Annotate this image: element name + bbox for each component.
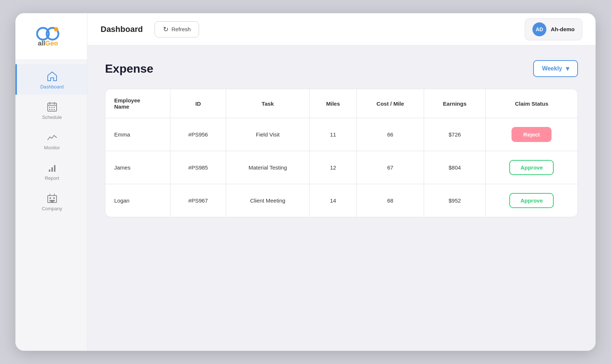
allgeo-logo: allGeo [31, 23, 72, 49]
expense-table: EmployeeName ID Task Miles Cost / Mile E… [105, 89, 578, 217]
svg-rect-11 [49, 109, 50, 110]
cell-task: Client Meeting [226, 184, 310, 217]
svg-rect-22 [51, 200, 53, 203]
sidebar: allGeo Dashboard [15, 13, 87, 351]
svg-rect-15 [51, 167, 53, 172]
cell-id: #PS967 [170, 184, 226, 217]
svg-rect-12 [51, 109, 53, 110]
sidebar-item-label-report: Report [45, 175, 59, 181]
cell-employee-name: James [105, 151, 170, 184]
sidebar-item-monitor[interactable]: Monitor [15, 125, 87, 156]
logo-area: allGeo [15, 13, 87, 60]
col-claim-status: Claim Status [485, 89, 578, 118]
cell-cost-per-mile: 66 [357, 118, 424, 151]
cell-employee-name: Logan [105, 184, 170, 217]
approve-button[interactable]: Approve [509, 193, 554, 208]
col-earnings: Earnings [424, 89, 486, 118]
col-cost-per-mile: Cost / Mile [357, 89, 424, 118]
svg-rect-19 [53, 197, 55, 199]
cell-id: #PS985 [170, 151, 226, 184]
cell-earnings: $726 [424, 118, 486, 151]
app-container: allGeo Dashboard [15, 13, 596, 351]
sidebar-item-label-company: Company [42, 206, 62, 211]
svg-rect-18 [50, 197, 51, 199]
cell-claim-status: Approve [485, 151, 578, 184]
svg-rect-20 [50, 200, 51, 201]
cell-cost-per-mile: 68 [357, 184, 424, 217]
sidebar-nav: Dashboard Schedule [15, 60, 87, 216]
svg-text:allGeo: allGeo [38, 40, 58, 47]
sidebar-item-label-monitor: Monitor [44, 145, 60, 150]
chevron-down-icon: ▾ [566, 65, 569, 73]
header: Dashboard ↻ Refresh AD Ah-demo [87, 13, 596, 46]
col-task: Task [226, 89, 310, 118]
svg-rect-16 [54, 165, 55, 172]
table-header-row: EmployeeName ID Task Miles Cost / Mile E… [105, 89, 578, 118]
main-content: Dashboard ↻ Refresh AD Ah-demo Expense W… [87, 13, 596, 351]
page-content: Expense Weekly ▾ EmployeeName ID Task Mi… [87, 46, 596, 351]
expense-title: Expense [105, 62, 153, 76]
sidebar-item-dashboard[interactable]: Dashboard [15, 64, 87, 95]
cell-miles: 14 [310, 184, 357, 217]
cell-earnings: $952 [424, 184, 486, 217]
avatar: AD [532, 22, 546, 36]
reject-button[interactable]: Reject [511, 127, 552, 142]
sidebar-item-schedule[interactable]: Schedule [15, 95, 87, 125]
cell-miles: 11 [310, 118, 357, 151]
period-label: Weekly [542, 65, 562, 72]
sidebar-item-label-dashboard: Dashboard [40, 84, 64, 90]
page-header: Expense Weekly ▾ [105, 60, 578, 77]
table-row: Logan#PS967Client Meeting1468$952Approve [105, 184, 578, 217]
page-title: Dashboard [101, 25, 143, 34]
svg-point-2 [54, 27, 58, 32]
approve-button[interactable]: Approve [509, 160, 554, 175]
svg-rect-8 [49, 107, 50, 108]
cell-claim-status: Approve [485, 184, 578, 217]
sidebar-item-company[interactable]: Company [15, 186, 87, 216]
cell-id: #PS956 [170, 118, 226, 151]
svg-rect-21 [53, 200, 55, 201]
cell-earnings: $804 [424, 151, 486, 184]
table-row: Emma#PS956Field Visit1166$726Reject [105, 118, 578, 151]
schedule-icon [47, 101, 58, 112]
user-badge[interactable]: AD Ah-demo [525, 18, 582, 40]
report-icon [47, 162, 58, 173]
avatar-initials: AD [536, 26, 543, 32]
refresh-label: Refresh [171, 26, 191, 32]
cell-claim-status: Reject [485, 118, 578, 151]
col-id: ID [170, 89, 226, 118]
svg-rect-9 [51, 107, 53, 108]
table-row: James#PS985Material Testing1267$804Appro… [105, 151, 578, 184]
company-icon [47, 193, 58, 204]
col-miles: Miles [310, 89, 357, 118]
dashboard-icon [47, 71, 58, 82]
cell-employee-name: Emma [105, 118, 170, 151]
refresh-icon: ↻ [163, 25, 169, 33]
svg-rect-14 [49, 170, 50, 172]
expense-table-body: Emma#PS956Field Visit1166$726RejectJames… [105, 118, 578, 217]
expense-table-wrapper: EmployeeName ID Task Miles Cost / Mile E… [105, 89, 578, 217]
cell-miles: 12 [310, 151, 357, 184]
svg-rect-13 [54, 109, 55, 110]
col-employee-name: EmployeeName [105, 89, 170, 118]
user-name: Ah-demo [551, 26, 575, 32]
cell-task: Field Visit [226, 118, 310, 151]
sidebar-item-label-schedule: Schedule [42, 114, 62, 120]
refresh-button[interactable]: ↻ Refresh [155, 21, 199, 37]
cell-task: Material Testing [226, 151, 310, 184]
cell-cost-per-mile: 67 [357, 151, 424, 184]
sidebar-item-report[interactable]: Report [15, 156, 87, 186]
period-dropdown[interactable]: Weekly ▾ [533, 60, 578, 77]
monitor-icon [47, 132, 58, 143]
svg-rect-10 [54, 107, 55, 108]
